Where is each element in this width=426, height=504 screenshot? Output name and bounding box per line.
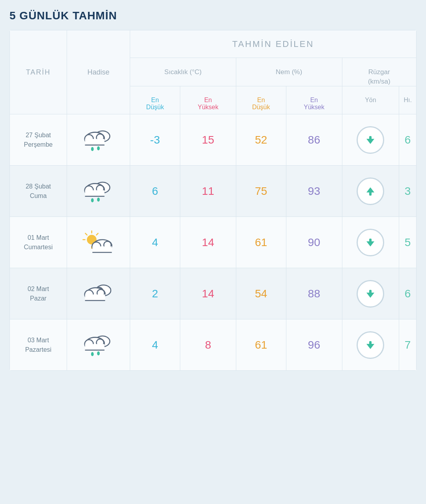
svg-rect-5	[85, 139, 105, 145]
wind-dir-cell	[342, 217, 399, 268]
hum-high-cell: 86	[286, 114, 342, 166]
sub-yon: Yön	[342, 86, 399, 114]
temp-low-value: -3	[150, 134, 160, 146]
svg-line-26	[85, 233, 87, 235]
svg-point-8	[97, 146, 100, 150]
svg-rect-16	[85, 190, 105, 196]
temp-low-cell: 4	[130, 319, 180, 371]
table-row: 01 Mart Cumartesi 4 14 61	[10, 217, 417, 268]
weather-icon	[81, 124, 116, 156]
temp-low-cell: 6	[130, 166, 180, 217]
hum-low-cell: 61	[236, 319, 286, 371]
weather-icon	[81, 175, 116, 207]
temp-high-value: 14	[202, 236, 214, 248]
hum-high-value: 93	[308, 185, 320, 197]
wind-dir-cell	[342, 114, 399, 166]
hum-low-cell: 52	[236, 114, 286, 166]
wind-speed-value: 3	[405, 185, 411, 197]
wind-speed-cell: 3	[399, 166, 417, 217]
wind-speed-cell: 5	[399, 217, 417, 268]
hum-low-cell: 75	[236, 166, 286, 217]
wind-direction-indicator	[342, 331, 399, 359]
temp-high-cell: 14	[180, 217, 236, 268]
svg-line-27	[96, 233, 98, 235]
hadise-header: Hadise	[67, 30, 130, 114]
svg-point-18	[91, 198, 94, 202]
wind-speed-cell: 7	[399, 319, 417, 371]
temp-high-value: 15	[202, 134, 214, 146]
temp-low-value: 4	[152, 339, 158, 351]
svg-rect-31	[92, 246, 112, 252]
table-row: 02 Mart Pazar 2 14 54 88	[10, 268, 417, 319]
wind-dir-cell	[342, 166, 399, 217]
icon-cell	[67, 268, 130, 319]
table-row: 27 Şubat Perşembe -3 15 52 86	[10, 114, 417, 166]
temp-high-cell: 11	[180, 166, 236, 217]
wind-direction-indicator	[342, 280, 399, 308]
hum-low-value: 54	[255, 287, 267, 300]
temp-high-cell: 14	[180, 268, 236, 319]
wind-direction-indicator	[342, 177, 399, 205]
svg-point-19	[97, 198, 100, 202]
date-cell: 02 Mart Pazar	[10, 268, 67, 319]
temp-high-value: 11	[202, 185, 214, 197]
tarih-header: TARİH	[10, 30, 67, 114]
temp-high-value: 8	[205, 339, 211, 351]
hum-high-value: 96	[308, 339, 320, 351]
table-row: 03 Mart Pazartesi 4 8 61 96	[10, 319, 417, 371]
hum-high-cell: 90	[286, 217, 342, 268]
hum-low-value: 61	[255, 236, 267, 248]
weather-icon	[81, 227, 116, 258]
icon-cell	[67, 166, 130, 217]
svg-rect-49	[85, 344, 105, 350]
wind-speed-cell: 6	[399, 114, 417, 166]
hum-high-value: 86	[308, 134, 320, 146]
svg-rect-54	[369, 341, 372, 347]
sub-sicaklik-yuksek: En Yüksek	[180, 86, 236, 114]
wind-speed-cell: 6	[399, 268, 417, 319]
temp-high-cell: 15	[180, 114, 236, 166]
temp-low-value: 2	[152, 287, 158, 300]
wind-speed-value: 7	[405, 339, 411, 351]
wind-direction-indicator	[342, 126, 399, 154]
hum-high-cell: 96	[286, 319, 342, 371]
hum-high-value: 88	[308, 287, 320, 300]
svg-rect-10	[369, 136, 372, 142]
wind-dir-cell	[342, 319, 399, 371]
hum-low-value: 75	[255, 185, 267, 197]
date-cell: 28 Şubat Cuma	[10, 166, 67, 217]
sub-sicaklik-dusuk: En Düşük	[130, 86, 180, 114]
temp-low-value: 6	[152, 185, 158, 197]
temp-high-value: 14	[202, 287, 214, 300]
tahmin-header: TAHMİN EDİLEN	[130, 30, 417, 58]
page-title: 5 GÜNLÜK TAHMİN	[9, 9, 417, 22]
hum-low-cell: 61	[236, 217, 286, 268]
svg-point-7	[91, 147, 94, 151]
wind-speed-value: 6	[405, 134, 411, 146]
svg-rect-43	[369, 290, 372, 295]
hum-high-cell: 93	[286, 166, 342, 217]
date-cell: 27 Şubat Perşembe	[10, 114, 67, 166]
svg-rect-21	[369, 190, 372, 196]
table-row: 28 Şubat Cuma 6 11 75 93	[10, 166, 417, 217]
hum-high-cell: 88	[286, 268, 342, 319]
ruzgar-header: Rüzgar (km/sa)	[342, 58, 417, 86]
sub-hi: Hı.	[399, 86, 417, 114]
svg-rect-34	[369, 239, 372, 244]
icon-cell	[67, 114, 130, 166]
icon-cell	[67, 319, 130, 371]
wind-speed-value: 6	[405, 287, 411, 300]
temp-low-cell: -3	[130, 114, 180, 166]
hum-high-value: 90	[308, 236, 320, 248]
wind-direction-indicator	[342, 229, 399, 256]
temp-low-cell: 2	[130, 268, 180, 319]
date-cell: 03 Mart Pazartesi	[10, 319, 67, 371]
sub-nem-dusuk: En Düşük	[236, 86, 286, 114]
temp-high-cell: 8	[180, 319, 236, 371]
sub-nem-yuksek: En Yüksek	[286, 86, 342, 114]
svg-rect-40	[85, 295, 105, 301]
hum-low-value: 52	[255, 134, 267, 146]
svg-point-52	[97, 351, 100, 355]
svg-point-51	[91, 352, 94, 356]
date-cell: 01 Mart Cumartesi	[10, 217, 67, 268]
